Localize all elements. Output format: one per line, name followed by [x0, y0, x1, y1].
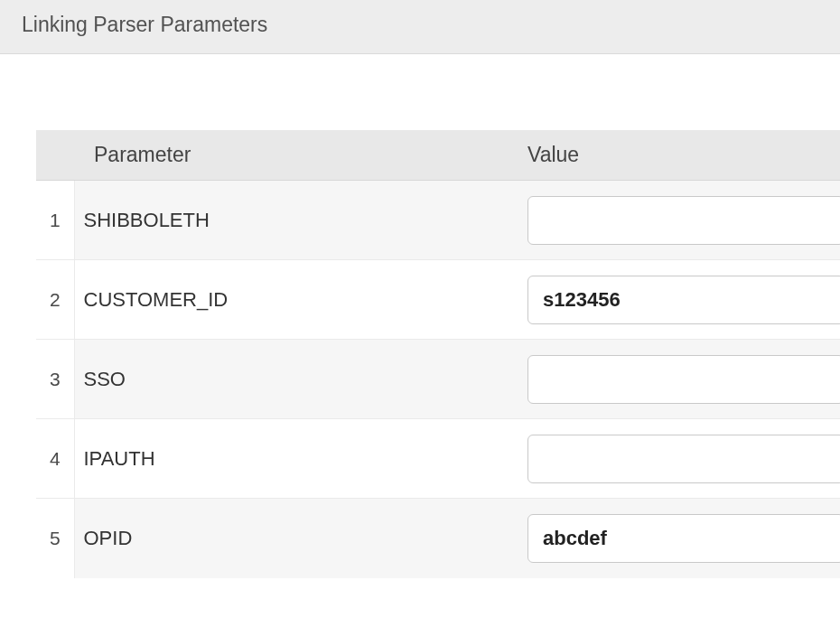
row-number: 3	[36, 340, 74, 419]
panel-title: Linking Parser Parameters	[22, 13, 818, 37]
table-row: 3 SSO	[36, 340, 840, 419]
value-input[interactable]	[527, 514, 840, 563]
value-input[interactable]	[527, 276, 840, 324]
row-parameter: SSO	[74, 340, 509, 419]
parameters-table: Parameter Value 1 SHIBBOLETH 2 CUSTOMER_…	[36, 130, 840, 578]
col-header-parameter: Parameter	[74, 130, 509, 181]
row-value-cell	[509, 181, 840, 260]
table-row: 4 IPAUTH	[36, 419, 840, 499]
value-input[interactable]	[527, 196, 840, 245]
row-value-cell	[509, 340, 840, 419]
table-row: 2 CUSTOMER_ID	[36, 260, 840, 340]
table-row: 1 SHIBBOLETH	[36, 181, 840, 260]
row-value-cell	[509, 499, 840, 578]
col-header-value: Value	[509, 130, 840, 181]
row-parameter: IPAUTH	[74, 419, 509, 499]
value-input[interactable]	[527, 355, 840, 404]
row-number: 2	[36, 260, 74, 340]
row-parameter: CUSTOMER_ID	[74, 260, 509, 340]
col-header-number	[36, 130, 74, 181]
table-header-row: Parameter Value	[36, 130, 840, 181]
row-number: 4	[36, 419, 74, 499]
row-number: 5	[36, 499, 74, 578]
row-number: 1	[36, 181, 74, 260]
row-parameter: OPID	[74, 499, 509, 578]
panel-header: Linking Parser Parameters	[0, 0, 840, 54]
value-input[interactable]	[527, 435, 840, 483]
row-parameter: SHIBBOLETH	[74, 181, 509, 260]
row-value-cell	[509, 260, 840, 340]
row-value-cell	[509, 419, 840, 499]
table-row: 5 OPID	[36, 499, 840, 578]
